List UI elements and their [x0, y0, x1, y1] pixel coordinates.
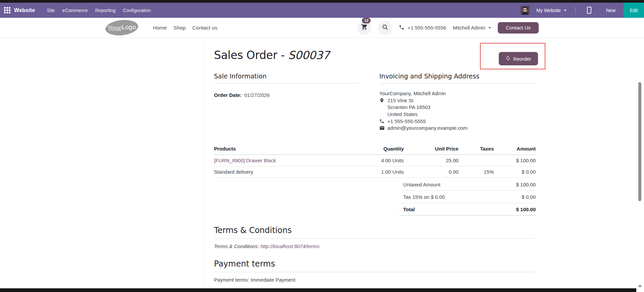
order-reference: S00037 [288, 49, 330, 62]
address-street-row: 215 Vine St Scranton PA 18503 United Sta… [379, 97, 536, 118]
bottom-dark-bar [0, 288, 636, 292]
user-avatar[interactable] [521, 6, 530, 15]
address-phone: +1 555-555-5555 [387, 118, 426, 125]
address-phone-row: +1 555-555-5555 [379, 118, 536, 125]
address-section: Invoicing and Shipping Address YourCompa… [379, 72, 536, 132]
reorder-button[interactable]: Reorder [499, 52, 538, 65]
cart-button[interactable]: 12 [357, 21, 371, 35]
page-title: Sales Order - S00037 [214, 49, 536, 62]
content-left-divider [204, 38, 204, 285]
product-link[interactable]: [FURN_8900] Drawer Black [214, 158, 276, 163]
sale-information-section: Sale Information Order Date:01/27/2026 [214, 72, 359, 132]
logo-text-logo: Logo [122, 23, 136, 31]
vertical-scrollbar-thumb[interactable] [638, 82, 641, 201]
address-block: YourCompany, Mitchell Admin 215 Vine St … [379, 90, 536, 132]
admin-navbar: Website Site eCommerce Reporting Configu… [0, 3, 644, 18]
total-value: $ 100.00 [516, 207, 536, 212]
col-header-amount: Amount [494, 146, 536, 155]
cart-count-badge: 12 [362, 18, 371, 23]
address-street: 215 Vine St [387, 97, 430, 104]
order-date-label: Order Date: [214, 92, 242, 98]
header-phone-link[interactable]: +1 555-555-5556 [399, 24, 446, 31]
untaxed-amount-label: Untaxed Amount [403, 182, 440, 187]
menu-reporting[interactable]: Reporting [92, 8, 119, 13]
untaxed-amount-row: Untaxed Amount $ 100.00 [399, 178, 536, 191]
product-unit-price: 25.00 [404, 155, 459, 166]
user-menu[interactable]: Mitchell Admin [453, 25, 491, 31]
site-logo[interactable]: YourLogo [105, 18, 139, 37]
untaxed-amount-value: $ 100.00 [516, 182, 536, 187]
edit-button[interactable]: Edit [624, 3, 644, 18]
website-navbar: YourLogo Home Shop Contact us 12 [0, 18, 644, 38]
phone-icon [379, 118, 387, 125]
products-table: Products Quantity Unit Price Taxes Amoun… [214, 146, 536, 178]
col-header-quantity: Quantity [356, 146, 404, 155]
chevron-down-icon [564, 10, 567, 11]
terms-line: Terms & Conditions: http://localhost:807… [214, 243, 536, 249]
window-top-strip [0, 0, 644, 3]
navbar-divider [575, 7, 576, 14]
address-heading: Invoicing and Shipping Address [379, 72, 536, 80]
page-title-prefix: Sales Order - [214, 49, 288, 62]
terms-link[interactable]: http://localhost:8074/terms [261, 243, 320, 249]
col-header-taxes: Taxes [459, 146, 494, 155]
col-header-unit-price: Unit Price [404, 146, 459, 155]
mobile-preview-icon[interactable] [587, 7, 591, 14]
table-row: [FURN_8900] Drawer Black 4.00 Units 25.0… [214, 155, 536, 166]
product-taxes [459, 155, 494, 166]
menu-configuration[interactable]: Configuration [119, 8, 155, 13]
app-name[interactable]: Website [14, 7, 35, 13]
section-divider [379, 83, 536, 83]
tax-row: Tax 15% on $ 0.00 $ 0.00 [399, 191, 536, 203]
sales-order-page: Reorder Sales Order - S00037 Sale Inform… [0, 38, 644, 288]
section-divider [214, 238, 536, 239]
nav-link-home[interactable]: Home [150, 25, 170, 31]
scrollbar-down-arrow-icon[interactable] [638, 285, 642, 288]
address-city: Scranton PA 18503 [387, 104, 430, 111]
website-selector-label: My Website [536, 8, 561, 13]
logo-text-your: Your [108, 25, 122, 32]
section-divider [214, 272, 536, 272]
product-amount: $ 0.00 [494, 166, 536, 178]
phone-icon [399, 24, 405, 31]
product-quantity: 4.00 Units [356, 155, 404, 166]
payment-terms-heading: Payment terms [214, 259, 536, 269]
totals-block: Untaxed Amount $ 100.00 Tax 15% on $ 0.0… [399, 178, 536, 216]
contact-us-button[interactable]: Contact Us [498, 22, 539, 34]
refresh-icon [505, 56, 511, 62]
website-selector[interactable]: My Website [536, 8, 567, 13]
menu-ecommerce[interactable]: eCommerce [59, 8, 92, 13]
envelope-icon [379, 125, 387, 132]
terms-label: Terms & Conditions: [214, 243, 261, 249]
terms-heading: Terms & Conditions [214, 226, 536, 235]
total-label: Total [403, 207, 415, 212]
address-email[interactable]: admin@yourcompany.example.com [387, 125, 467, 132]
reorder-button-label: Reorder [513, 56, 531, 62]
product-taxes: 15% [459, 166, 494, 178]
cart-icon [361, 23, 368, 32]
tax-value: $ 0.00 [522, 194, 536, 200]
section-divider [214, 83, 359, 83]
website-navbar-right: 12 +1 555-555-5556 Mitchell Admin [357, 21, 539, 35]
tax-label: Tax 15% on $ 0.00 [403, 194, 445, 200]
total-row: Total $ 100.00 [399, 203, 536, 216]
products-header-row: Products Quantity Unit Price Taxes Amoun… [214, 146, 536, 155]
order-date-row: Order Date:01/27/2026 [214, 92, 359, 98]
admin-navbar-right: My Website New Edit [521, 3, 644, 18]
address-email-row: admin@yourcompany.example.com [379, 125, 536, 132]
payment-terms-text: Payment terms: Immediate Payment [214, 277, 536, 283]
site-links: Home Shop Contact us [150, 25, 221, 31]
menu-site[interactable]: Site [43, 8, 58, 13]
address-company-line: YourCompany, Mitchell Admin [379, 90, 536, 97]
user-menu-label: Mitchell Admin [453, 25, 485, 31]
nav-link-shop[interactable]: Shop [170, 25, 189, 31]
col-header-products: Products [214, 146, 356, 155]
nav-link-contact-us[interactable]: Contact us [189, 25, 221, 31]
header-phone-number: +1 555-555-5556 [408, 25, 446, 31]
address-lines: 215 Vine St Scranton PA 18503 United Sta… [387, 97, 430, 118]
product-quantity: 1.00 Units [356, 166, 404, 178]
apps-grid-icon[interactable] [4, 7, 10, 13]
chevron-down-icon [488, 27, 491, 28]
search-button[interactable] [378, 21, 392, 35]
new-button[interactable]: New [606, 8, 615, 13]
